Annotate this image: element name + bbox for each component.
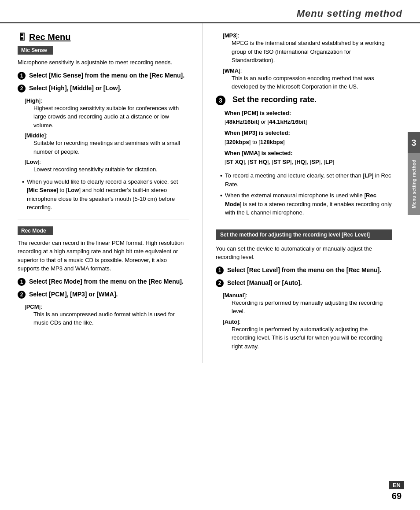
mic-sense-label-bar: Mic Sense [18, 46, 189, 58]
option-pcm: [PCM]: This is an uncompressed audio for… [25, 303, 189, 327]
section-divider [18, 219, 189, 219]
when-mp3-label: When [MP3] is selected: [225, 129, 290, 136]
rec-mode-step2-num: 2 [18, 291, 26, 299]
step1-text: Select [Mic Sense] from the menu on the … [29, 71, 184, 80]
mic-sense-step2: 2 Select [High], [Middle] or [Low]. [18, 84, 189, 93]
rec-level-step1-text: Select [Rec Level] from the menu on the … [227, 266, 381, 275]
option-wma: [WMA]: This is an audio compression enco… [223, 67, 392, 91]
rec-rate-bullet2-text: When the external monaural microphone is… [225, 191, 392, 217]
rec-level-intro: You can set the device to automatically … [216, 244, 392, 262]
mic-sense-options: [High]: Highest recording sensitivity su… [25, 97, 189, 174]
rec-rate-bullet1: • To record a meeting and lecture clearl… [220, 171, 392, 188]
right-column: [MP3]: MPEG is the international standar… [203, 23, 405, 363]
left-column: 🎛 Rec Menu Mic Sense Microphone sensitiv… [0, 23, 203, 363]
option-wma-def: This is an audio compression encoding me… [232, 74, 392, 91]
rec-mode-step2: 2 Select [PCM], [MP3] or [WMA]. [18, 290, 189, 299]
rec-mode-options: [PCM]: This is an uncompressed audio for… [25, 303, 189, 327]
mic-sense-bullet1-text: When you would like to clearly record a … [27, 177, 189, 212]
rec-mode-step1-text: Select [Rec Mode] from the menu on the [… [29, 277, 184, 286]
rec-rate-details: When [PCM] is selected: [48kHz/16bit] or… [225, 109, 392, 167]
option-mp3-term: [MP3]: [223, 32, 392, 39]
option-manual-def: Recording is performed by manually adjus… [232, 299, 392, 316]
step3-num: 3 [216, 96, 225, 105]
step3-text: Set the recording rate. [232, 95, 317, 105]
option-pcm-term: [PCM]: [25, 303, 189, 310]
bullet-dot-3: • [220, 192, 222, 199]
option-pcm-def: This is an uncompressed audio format whi… [33, 310, 189, 327]
rec-mode-label: Rec Mode [18, 226, 53, 235]
bullet-dot-2: • [220, 172, 222, 179]
option-middle-term: [Middle]: [25, 132, 189, 139]
option-mp3-def: MPEG is the international standard estab… [232, 39, 392, 65]
option-wma-term: [WMA]: [223, 67, 392, 74]
when-wma: When [WMA] is selected: [ST XQ], [ST HQ]… [225, 149, 392, 167]
rec-level-step1: 1 Select [Rec Level] from the menu on th… [216, 266, 392, 275]
rec-mode-step1-num: 1 [18, 278, 26, 286]
step2-text: Select [High], [Middle] or [Low]. [29, 84, 122, 93]
when-pcm-label: When [PCM] is selected: [225, 110, 291, 116]
main-content: 🎛 Rec Menu Mic Sense Microphone sensitiv… [0, 23, 420, 363]
option-manual-term: [Manual]: [223, 292, 392, 299]
rec-level-step2-num: 2 [216, 279, 224, 287]
option-low-def: Lowest recording sensitivity suitable fo… [33, 165, 189, 174]
rec-mode-label-bar: Rec Mode [18, 226, 189, 239]
option-mp3: [MP3]: MPEG is the international standar… [223, 32, 392, 65]
rec-mode-step2-text: Select [PCM], [MP3] or [WMA]. [29, 290, 118, 299]
option-auto-def: Recording is performed by automatically … [232, 325, 392, 351]
option-middle-def: Suitable for recording meetings and semi… [33, 139, 189, 156]
page-number: 69 [389, 491, 404, 501]
rec-rate-bullet2: • When the external monaural microphone … [220, 191, 392, 217]
option-auto-term: [Auto]: [223, 318, 392, 325]
mic-sense-bullet1: • When you would like to clearly record … [22, 177, 189, 212]
page-header: Menu setting method [0, 0, 420, 23]
when-mp3: When [MP3] is selected: [320kbps] to [12… [225, 129, 392, 147]
option-low: [Low]: Lowest recording sensitivity suit… [25, 159, 189, 174]
mic-sense-step1: 1 Select [Mic Sense] from the menu on th… [18, 71, 189, 80]
when-mp3-value: [320kbps] to [128kbps] [225, 139, 285, 145]
rec-menu-title: Rec Menu [29, 32, 70, 42]
lang-label: EN [389, 481, 404, 489]
rec-menu-heading: 🎛 Rec Menu [18, 32, 189, 42]
option-auto: [Auto]: Recording is performed by automa… [223, 318, 392, 351]
rec-level-step2: 2 Select [Manual] or [Auto]. [216, 279, 392, 288]
page-footer: EN 69 [389, 481, 404, 501]
step1-num: 1 [18, 72, 26, 80]
when-pcm: When [PCM] is selected: [48kHz/16bit] or… [225, 109, 392, 127]
option-high-term: [High]: [25, 97, 189, 104]
rec-mode-options-cont: [MP3]: MPEG is the international standar… [223, 32, 392, 91]
when-wma-label: When [WMA] is selected: [225, 150, 293, 156]
rec-rate-bullet1-text: To record a meeting and lecture clearly,… [225, 171, 392, 188]
rec-mode-step1: 1 Select [Rec Mode] from the menu on the… [18, 277, 189, 286]
page-container: Menu setting method 🎛 Rec Menu Mic Sense… [0, 0, 420, 510]
option-low-term: [Low]: [25, 159, 189, 165]
rec-level-step1-num: 1 [216, 266, 224, 274]
option-manual: [Manual]: Recording is performed by manu… [223, 292, 392, 316]
chapter-side-label: Menu setting method [408, 153, 420, 215]
rec-rate-bullets: • To record a meeting and lecture clearl… [220, 171, 392, 217]
mic-sense-label: Mic Sense [18, 46, 53, 55]
step3-container: 3 Set the recording rate. [216, 95, 392, 105]
rec-mode-intro: The recorder can record in the linear PC… [18, 239, 189, 273]
chapter-number-tab: 3 [408, 132, 420, 153]
page-title: Menu setting method [297, 8, 402, 19]
step2-num: 2 [18, 85, 26, 92]
mic-sense-intro: Microphone sensitivity is adjustable to … [18, 58, 189, 67]
when-pcm-value: [48kHz/16bit] or [44.1kHz/16bit] [225, 118, 307, 125]
mic-sense-bullets: • When you would like to clearly record … [22, 177, 189, 212]
rec-level-label-bar: Set the method for adjusting the recordi… [216, 229, 392, 240]
when-wma-value: [ST XQ], [ST HQ], [ST SP], [HQ], [SP], [… [225, 159, 334, 165]
rec-level-options: [Manual]: Recording is performed by manu… [223, 292, 392, 351]
option-middle: [Middle]: Suitable for recording meeting… [25, 132, 189, 156]
option-high-def: Highest recording sensitivity suitable f… [33, 104, 189, 130]
option-high: [High]: Highest recording sensitivity su… [25, 97, 189, 130]
tuning-icon: 🎛 [18, 32, 26, 42]
rec-level-step2-text: Select [Manual] or [Auto]. [227, 279, 302, 288]
bullet-dot-1: • [22, 178, 24, 185]
